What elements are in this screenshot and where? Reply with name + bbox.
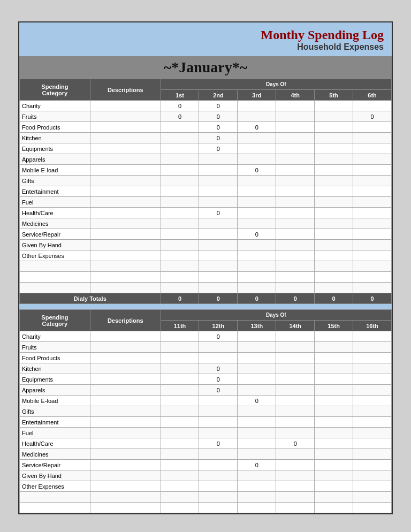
value-cell[interactable] [238,154,276,165]
value-cell[interactable]: 0 [353,111,392,122]
value-cell[interactable] [161,197,199,208]
value-cell[interactable] [161,492,199,503]
value-cell[interactable] [353,331,392,342]
value-cell[interactable] [353,165,392,176]
value-cell[interactable] [315,261,353,272]
value-cell[interactable]: 0 [199,208,238,218]
value-cell[interactable] [199,197,238,208]
value-cell[interactable] [161,122,199,133]
value-cell[interactable] [276,428,315,438]
value-cell[interactable] [315,438,353,449]
value-cell[interactable] [276,363,315,374]
value-cell[interactable]: 0 [276,438,315,449]
value-cell[interactable] [161,133,199,143]
value-cell[interactable] [353,417,392,428]
value-cell[interactable] [161,240,199,250]
value-cell[interactable] [238,250,276,261]
value-cell[interactable] [276,449,315,460]
value-cell[interactable] [315,133,353,143]
value-cell[interactable] [276,176,315,186]
value-cell[interactable] [353,154,392,165]
value-cell[interactable] [353,342,392,353]
value-cell[interactable] [199,272,238,283]
value-cell[interactable]: 0 [161,101,199,111]
value-cell[interactable] [353,143,392,154]
value-cell[interactable] [353,385,392,396]
value-cell[interactable] [353,176,392,186]
value-cell[interactable] [315,208,353,218]
value-cell[interactable] [199,449,238,460]
value-cell[interactable] [276,143,315,154]
value-cell[interactable] [238,449,276,460]
value-cell[interactable] [238,143,276,154]
value-cell[interactable] [276,250,315,261]
value-cell[interactable] [238,492,276,503]
value-cell[interactable] [315,342,353,353]
value-cell[interactable] [161,143,199,154]
value-cell[interactable] [199,481,238,492]
value-cell[interactable] [315,272,353,283]
value-cell[interactable] [353,101,392,111]
value-cell[interactable] [238,342,276,353]
value-cell[interactable] [238,503,276,513]
value-cell[interactable] [353,470,392,481]
value-cell[interactable] [238,417,276,428]
value-cell[interactable] [238,186,276,197]
value-cell[interactable] [353,438,392,449]
value-cell[interactable] [199,186,238,197]
value-cell[interactable] [161,460,199,470]
value-cell[interactable] [315,176,353,186]
value-cell[interactable] [199,492,238,503]
value-cell[interactable]: 0 [199,331,238,342]
value-cell[interactable] [315,460,353,470]
value-cell[interactable] [161,176,199,186]
value-cell[interactable] [238,261,276,272]
value-cell[interactable]: 0 [199,374,238,385]
value-cell[interactable] [161,272,199,283]
value-cell[interactable] [353,396,392,406]
value-cell[interactable] [238,438,276,449]
value-cell[interactable] [238,133,276,143]
value-cell[interactable] [161,481,199,492]
value-cell[interactable] [238,331,276,342]
value-cell[interactable] [353,250,392,261]
value-cell[interactable] [238,208,276,218]
value-cell[interactable] [238,363,276,374]
value-cell[interactable] [199,342,238,353]
value-cell[interactable] [276,165,315,176]
value-cell[interactable] [238,283,276,293]
value-cell[interactable] [238,111,276,122]
value-cell[interactable] [276,396,315,406]
value-cell[interactable] [353,261,392,272]
value-cell[interactable] [315,406,353,417]
value-cell[interactable] [238,197,276,208]
value-cell[interactable]: 0 [199,363,238,374]
value-cell[interactable] [238,272,276,283]
value-cell[interactable] [199,176,238,186]
value-cell[interactable] [199,460,238,470]
value-cell[interactable] [161,417,199,428]
value-cell[interactable] [315,250,353,261]
value-cell[interactable] [276,492,315,503]
value-cell[interactable] [315,396,353,406]
value-cell[interactable] [199,154,238,165]
value-cell[interactable] [315,240,353,250]
value-cell[interactable] [276,197,315,208]
value-cell[interactable] [238,101,276,111]
value-cell[interactable] [161,385,199,396]
value-cell[interactable] [238,240,276,250]
value-cell[interactable] [315,331,353,342]
value-cell[interactable] [238,218,276,229]
value-cell[interactable] [276,229,315,240]
value-cell[interactable] [161,449,199,460]
value-cell[interactable] [315,363,353,374]
value-cell[interactable] [161,208,199,218]
value-cell[interactable] [276,353,315,363]
value-cell[interactable] [276,111,315,122]
value-cell[interactable] [353,374,392,385]
value-cell[interactable] [315,197,353,208]
value-cell[interactable] [238,406,276,417]
value-cell[interactable] [238,385,276,396]
value-cell[interactable] [199,503,238,513]
value-cell[interactable] [199,406,238,417]
